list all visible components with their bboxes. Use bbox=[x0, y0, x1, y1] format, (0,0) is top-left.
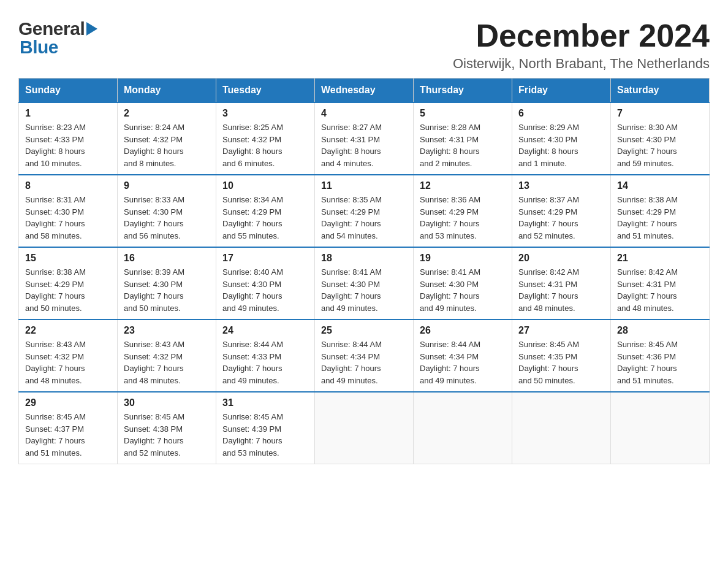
day-number: 21 bbox=[617, 253, 703, 264]
header: General Blue December 2024 Oisterwijk, N… bbox=[18, 18, 710, 72]
day-number: 3 bbox=[222, 108, 308, 119]
day-number: 27 bbox=[518, 325, 604, 336]
calendar-cell bbox=[512, 392, 611, 464]
day-info: Sunrise: 8:41 AMSunset: 4:30 PMDaylight:… bbox=[420, 267, 480, 313]
day-number: 31 bbox=[222, 397, 308, 408]
day-info: Sunrise: 8:23 AMSunset: 4:33 PMDaylight:… bbox=[25, 123, 86, 168]
day-number: 5 bbox=[420, 108, 506, 119]
calendar-cell: 25 Sunrise: 8:44 AMSunset: 4:34 PMDaylig… bbox=[315, 320, 414, 392]
day-info: Sunrise: 8:45 AMSunset: 4:39 PMDaylight:… bbox=[222, 412, 283, 458]
calendar-cell: 3 Sunrise: 8:25 AMSunset: 4:32 PMDayligh… bbox=[216, 102, 315, 175]
day-number: 16 bbox=[124, 253, 210, 264]
day-info: Sunrise: 8:42 AMSunset: 4:31 PMDaylight:… bbox=[617, 267, 678, 313]
calendar-cell: 27 Sunrise: 8:45 AMSunset: 4:35 PMDaylig… bbox=[512, 320, 611, 392]
day-info: Sunrise: 8:39 AMSunset: 4:30 PMDaylight:… bbox=[124, 267, 184, 313]
calendar-cell: 14 Sunrise: 8:38 AMSunset: 4:29 PMDaylig… bbox=[611, 175, 710, 247]
day-number: 28 bbox=[617, 325, 703, 336]
calendar-cell: 24 Sunrise: 8:44 AMSunset: 4:33 PMDaylig… bbox=[216, 320, 315, 392]
calendar-cell: 17 Sunrise: 8:40 AMSunset: 4:30 PMDaylig… bbox=[216, 247, 315, 320]
day-number: 1 bbox=[25, 108, 111, 119]
day-info: Sunrise: 8:33 AMSunset: 4:30 PMDaylight:… bbox=[124, 195, 184, 240]
day-number: 10 bbox=[222, 180, 308, 191]
calendar-cell: 15 Sunrise: 8:38 AMSunset: 4:29 PMDaylig… bbox=[19, 247, 118, 320]
calendar-cell: 30 Sunrise: 8:45 AMSunset: 4:38 PMDaylig… bbox=[118, 392, 216, 464]
day-info: Sunrise: 8:25 AMSunset: 4:32 PMDaylight:… bbox=[222, 123, 283, 168]
day-number: 12 bbox=[420, 180, 506, 191]
logo: General Blue bbox=[18, 18, 97, 58]
day-number: 30 bbox=[124, 397, 210, 408]
week-row-3: 15 Sunrise: 8:38 AMSunset: 4:29 PMDaylig… bbox=[19, 247, 710, 320]
calendar-cell: 6 Sunrise: 8:29 AMSunset: 4:30 PMDayligh… bbox=[512, 102, 611, 175]
day-info: Sunrise: 8:30 AMSunset: 4:30 PMDaylight:… bbox=[617, 123, 678, 168]
week-row-4: 22 Sunrise: 8:43 AMSunset: 4:32 PMDaylig… bbox=[19, 320, 710, 392]
calendar-cell: 4 Sunrise: 8:27 AMSunset: 4:31 PMDayligh… bbox=[315, 102, 414, 175]
calendar-cell: 20 Sunrise: 8:42 AMSunset: 4:31 PMDaylig… bbox=[512, 247, 611, 320]
day-info: Sunrise: 8:44 AMSunset: 4:34 PMDaylight:… bbox=[420, 340, 480, 385]
weekday-header-sunday: Sunday bbox=[19, 79, 118, 103]
calendar-cell: 31 Sunrise: 8:45 AMSunset: 4:39 PMDaylig… bbox=[216, 392, 315, 464]
calendar-cell: 2 Sunrise: 8:24 AMSunset: 4:32 PMDayligh… bbox=[118, 102, 216, 175]
day-number: 19 bbox=[420, 253, 506, 264]
day-number: 11 bbox=[321, 180, 407, 191]
weekday-header-row: SundayMondayTuesdayWednesdayThursdayFrid… bbox=[19, 79, 710, 103]
calendar-cell: 28 Sunrise: 8:45 AMSunset: 4:36 PMDaylig… bbox=[611, 320, 710, 392]
calendar-cell: 12 Sunrise: 8:36 AMSunset: 4:29 PMDaylig… bbox=[414, 175, 512, 247]
day-info: Sunrise: 8:29 AMSunset: 4:30 PMDaylight:… bbox=[518, 123, 579, 168]
day-number: 2 bbox=[124, 108, 210, 119]
day-number: 20 bbox=[518, 253, 604, 264]
calendar-cell bbox=[611, 392, 710, 464]
weekday-header-monday: Monday bbox=[118, 79, 216, 103]
day-info: Sunrise: 8:40 AMSunset: 4:30 PMDaylight:… bbox=[222, 267, 283, 313]
day-info: Sunrise: 8:45 AMSunset: 4:38 PMDaylight:… bbox=[124, 412, 184, 458]
day-info: Sunrise: 8:45 AMSunset: 4:36 PMDaylight:… bbox=[617, 340, 678, 385]
logo-arrow-icon bbox=[86, 22, 97, 36]
location-title: Oisterwijk, North Brabant, The Netherlan… bbox=[453, 56, 710, 72]
calendar-cell: 29 Sunrise: 8:45 AMSunset: 4:37 PMDaylig… bbox=[19, 392, 118, 464]
day-number: 23 bbox=[124, 325, 210, 336]
day-info: Sunrise: 8:34 AMSunset: 4:29 PMDaylight:… bbox=[222, 195, 283, 240]
day-info: Sunrise: 8:36 AMSunset: 4:29 PMDaylight:… bbox=[420, 195, 480, 240]
day-info: Sunrise: 8:43 AMSunset: 4:32 PMDaylight:… bbox=[25, 340, 86, 385]
calendar-cell: 19 Sunrise: 8:41 AMSunset: 4:30 PMDaylig… bbox=[414, 247, 512, 320]
day-info: Sunrise: 8:31 AMSunset: 4:30 PMDaylight:… bbox=[25, 195, 86, 240]
calendar-cell: 26 Sunrise: 8:44 AMSunset: 4:34 PMDaylig… bbox=[414, 320, 512, 392]
day-number: 29 bbox=[25, 397, 111, 408]
day-number: 13 bbox=[518, 180, 604, 191]
calendar-cell: 23 Sunrise: 8:43 AMSunset: 4:32 PMDaylig… bbox=[118, 320, 216, 392]
calendar-cell: 11 Sunrise: 8:35 AMSunset: 4:29 PMDaylig… bbox=[315, 175, 414, 247]
day-info: Sunrise: 8:44 AMSunset: 4:34 PMDaylight:… bbox=[321, 340, 382, 385]
week-row-2: 8 Sunrise: 8:31 AMSunset: 4:30 PMDayligh… bbox=[19, 175, 710, 247]
calendar-cell: 1 Sunrise: 8:23 AMSunset: 4:33 PMDayligh… bbox=[19, 102, 118, 175]
day-info: Sunrise: 8:24 AMSunset: 4:32 PMDaylight:… bbox=[124, 123, 184, 168]
calendar-cell: 22 Sunrise: 8:43 AMSunset: 4:32 PMDaylig… bbox=[19, 320, 118, 392]
calendar-cell: 5 Sunrise: 8:28 AMSunset: 4:31 PMDayligh… bbox=[414, 102, 512, 175]
month-title: December 2024 bbox=[453, 18, 710, 53]
day-number: 14 bbox=[617, 180, 703, 191]
weekday-header-friday: Friday bbox=[512, 79, 611, 103]
calendar-cell: 7 Sunrise: 8:30 AMSunset: 4:30 PMDayligh… bbox=[611, 102, 710, 175]
day-number: 15 bbox=[25, 253, 111, 264]
weekday-header-tuesday: Tuesday bbox=[216, 79, 315, 103]
day-number: 6 bbox=[518, 108, 604, 119]
calendar-cell bbox=[414, 392, 512, 464]
weekday-header-thursday: Thursday bbox=[414, 79, 512, 103]
weekday-header-saturday: Saturday bbox=[611, 79, 710, 103]
day-info: Sunrise: 8:42 AMSunset: 4:31 PMDaylight:… bbox=[518, 267, 579, 313]
day-number: 18 bbox=[321, 253, 407, 264]
day-info: Sunrise: 8:43 AMSunset: 4:32 PMDaylight:… bbox=[124, 340, 184, 385]
calendar-cell: 21 Sunrise: 8:42 AMSunset: 4:31 PMDaylig… bbox=[611, 247, 710, 320]
day-info: Sunrise: 8:37 AMSunset: 4:29 PMDaylight:… bbox=[518, 195, 579, 240]
day-number: 25 bbox=[321, 325, 407, 336]
weekday-header-wednesday: Wednesday bbox=[315, 79, 414, 103]
day-number: 26 bbox=[420, 325, 506, 336]
calendar-cell bbox=[315, 392, 414, 464]
day-number: 24 bbox=[222, 325, 308, 336]
title-area: December 2024 Oisterwijk, North Brabant,… bbox=[453, 18, 710, 72]
calendar-cell: 16 Sunrise: 8:39 AMSunset: 4:30 PMDaylig… bbox=[118, 247, 216, 320]
day-info: Sunrise: 8:45 AMSunset: 4:37 PMDaylight:… bbox=[25, 412, 86, 458]
day-info: Sunrise: 8:44 AMSunset: 4:33 PMDaylight:… bbox=[222, 340, 283, 385]
week-row-1: 1 Sunrise: 8:23 AMSunset: 4:33 PMDayligh… bbox=[19, 102, 710, 175]
day-info: Sunrise: 8:45 AMSunset: 4:35 PMDaylight:… bbox=[518, 340, 579, 385]
week-row-5: 29 Sunrise: 8:45 AMSunset: 4:37 PMDaylig… bbox=[19, 392, 710, 464]
day-number: 9 bbox=[124, 180, 210, 191]
